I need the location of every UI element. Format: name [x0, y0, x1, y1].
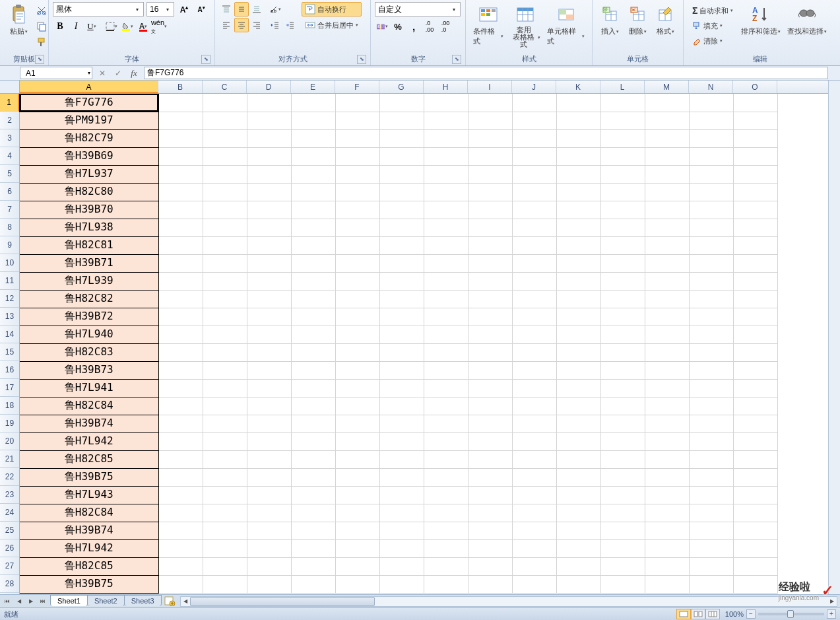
cell-F5[interactable] [335, 165, 379, 183]
decrease-font-button[interactable]: A▾ [194, 2, 209, 17]
row-header-24[interactable]: 24 [0, 504, 19, 522]
cell-E1[interactable] [291, 94, 335, 112]
cell-A6[interactable]: 鲁H82C80 [20, 183, 158, 201]
cell-J6[interactable] [512, 183, 556, 201]
cell-D19[interactable] [247, 415, 291, 432]
cell-I28[interactable] [468, 575, 512, 593]
cell-H13[interactable] [424, 308, 468, 326]
cell-I3[interactable] [468, 129, 512, 147]
number-launcher[interactable]: ⬊ [452, 55, 461, 64]
zoom-out-button[interactable]: − [746, 609, 756, 619]
row-header-28[interactable]: 28 [0, 575, 19, 593]
tab-sheet1[interactable]: Sheet1 [50, 595, 88, 606]
cell-F7[interactable] [335, 201, 379, 219]
cell-M23[interactable] [645, 486, 689, 504]
cell-C15[interactable] [203, 343, 247, 361]
cell-I11[interactable] [468, 272, 512, 290]
cell-L1[interactable] [600, 94, 645, 112]
row-header-7[interactable]: 7 [0, 201, 19, 219]
cell-F15[interactable] [335, 343, 379, 361]
cell-M4[interactable] [645, 147, 689, 165]
row-header-11[interactable]: 11 [0, 272, 19, 290]
cell-D8[interactable] [247, 219, 291, 236]
tab-sheet2[interactable]: Sheet2 [87, 595, 125, 606]
percent-button[interactable]: % [391, 19, 405, 34]
cell-G12[interactable] [379, 290, 424, 308]
cell-N27[interactable] [689, 557, 733, 575]
cell-O21[interactable] [733, 450, 777, 468]
cell-D22[interactable] [247, 468, 291, 486]
cell-F18[interactable] [335, 397, 379, 415]
cell-E13[interactable] [291, 308, 335, 326]
col-header-B[interactable]: B [158, 81, 203, 93]
cell-B7[interactable] [158, 201, 203, 219]
cell-I4[interactable] [468, 147, 512, 165]
decrease-decimal-button[interactable]: .00.0 [438, 19, 453, 34]
cell-O20[interactable] [733, 432, 777, 450]
cell-K23[interactable] [556, 486, 600, 504]
cell-N15[interactable] [689, 343, 733, 361]
format-table-button[interactable]: 套用 表格格式▾ [507, 2, 544, 50]
cell-K28[interactable] [556, 575, 600, 593]
grid-body[interactable]: 鲁F7G776鲁PM9197鲁H82C79鲁H39B69鲁H7L937鲁H82C… [20, 94, 828, 594]
cell-I9[interactable] [468, 236, 512, 254]
cell-D9[interactable] [247, 236, 291, 254]
row-header-5[interactable]: 5 [0, 165, 19, 183]
cell-F21[interactable] [335, 450, 379, 468]
cell-B24[interactable] [158, 504, 203, 522]
cell-F23[interactable] [335, 486, 379, 504]
cell-E11[interactable] [291, 272, 335, 290]
align-right-button[interactable] [249, 18, 264, 32]
cell-J25[interactable] [512, 522, 556, 539]
cell-H12[interactable] [424, 290, 468, 308]
cell-I24[interactable] [468, 504, 512, 522]
increase-indent-button[interactable] [283, 18, 298, 32]
cell-I1[interactable] [468, 94, 512, 112]
cell-F10[interactable] [335, 254, 379, 272]
cell-G10[interactable] [379, 254, 424, 272]
cell-L19[interactable] [600, 415, 645, 432]
cell-I10[interactable] [468, 254, 512, 272]
cell-L24[interactable] [600, 504, 645, 522]
cell-O6[interactable] [733, 183, 777, 201]
cell-K17[interactable] [556, 379, 600, 397]
cell-E26[interactable] [291, 539, 335, 557]
cell-E22[interactable] [291, 468, 335, 486]
cell-I16[interactable] [468, 361, 512, 379]
cell-G22[interactable] [379, 468, 424, 486]
cell-J27[interactable] [512, 557, 556, 575]
cell-M16[interactable] [645, 361, 689, 379]
cell-G23[interactable] [379, 486, 424, 504]
cell-K19[interactable] [556, 415, 600, 432]
cell-E17[interactable] [291, 379, 335, 397]
cell-G5[interactable] [379, 165, 424, 183]
align-bottom-button[interactable] [249, 2, 264, 17]
cell-K18[interactable] [556, 397, 600, 415]
cell-B1[interactable] [158, 94, 203, 112]
cell-D10[interactable] [247, 254, 291, 272]
col-header-L[interactable]: L [600, 81, 645, 93]
cell-L26[interactable] [600, 539, 645, 557]
page-break-button[interactable] [705, 609, 720, 619]
row-header-13[interactable]: 13 [0, 308, 19, 326]
cell-A17[interactable]: 鲁H7L941 [20, 379, 158, 397]
cell-B2[interactable] [158, 112, 203, 129]
scroll-thumb[interactable] [190, 597, 375, 606]
cell-A25[interactable]: 鲁H39B74 [20, 522, 158, 539]
cell-G27[interactable] [379, 557, 424, 575]
cell-H15[interactable] [424, 343, 468, 361]
cell-K7[interactable] [556, 201, 600, 219]
cell-N7[interactable] [689, 201, 733, 219]
align-top-button[interactable] [219, 2, 234, 17]
cell-A26[interactable]: 鲁H7L942 [20, 539, 158, 557]
cell-M19[interactable] [645, 415, 689, 432]
cell-F28[interactable] [335, 575, 379, 593]
cell-D26[interactable] [247, 539, 291, 557]
cell-C26[interactable] [203, 539, 247, 557]
cell-D16[interactable] [247, 361, 291, 379]
cell-D5[interactable] [247, 165, 291, 183]
cell-E27[interactable] [291, 557, 335, 575]
cell-I25[interactable] [468, 522, 512, 539]
cell-J20[interactable] [512, 432, 556, 450]
cell-L22[interactable] [600, 468, 645, 486]
